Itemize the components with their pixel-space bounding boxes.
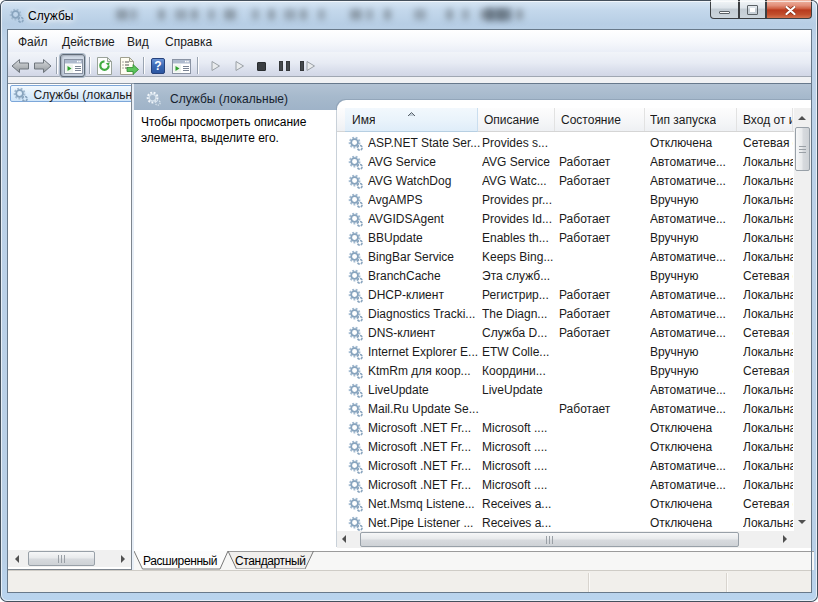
svg-text:?: ?: [154, 59, 161, 73]
